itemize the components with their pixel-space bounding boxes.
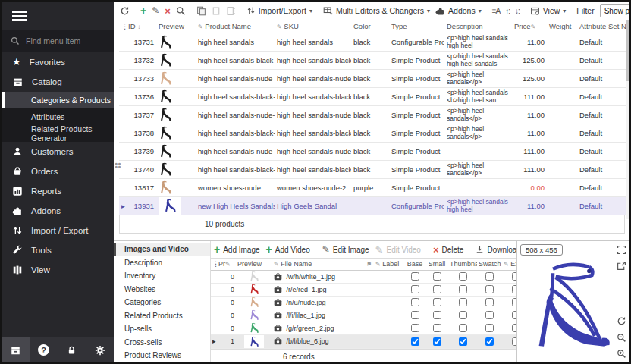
thumbnail-checkbox[interactable]	[459, 324, 467, 332]
filter-select[interactable]: Show products from selected categories ▾	[600, 4, 631, 17]
small-checkbox[interactable]	[433, 285, 441, 293]
sidebar-item-view[interactable]: View	[2, 260, 114, 280]
thumbnail-checkbox[interactable]	[459, 311, 467, 319]
grid-vertical-scrollbar[interactable]	[626, 20, 629, 219]
help-button[interactable]: ?	[30, 337, 58, 362]
image-row[interactable]: ▸ 0 /g/r/green_2.jp	[211, 322, 529, 334]
open-external-icon[interactable]	[617, 261, 626, 271]
settings-button[interactable]	[86, 337, 114, 362]
col-label[interactable]: ✎ Label	[374, 259, 404, 270]
image-row[interactable]: ▸ 0 /r/e/red_1.jpg	[211, 283, 529, 296]
expand-all-button[interactable]: ↑:	[505, 7, 510, 15]
rotate-icon[interactable]	[617, 316, 626, 326]
edit-image-button[interactable]: ✎Edit Image	[322, 245, 369, 254]
detail-tab[interactable]: Cross-sells	[114, 336, 210, 350]
col-description[interactable]: Description	[444, 20, 512, 33]
edit-video-button[interactable]: ✎Edit Video	[375, 245, 421, 255]
thumbnail-checkbox[interactable]	[459, 298, 467, 306]
refresh-button[interactable]	[120, 6, 130, 16]
zoom-in-icon[interactable]	[617, 349, 626, 359]
hamburger-menu-icon[interactable]	[2, 2, 114, 30]
paste-button[interactable]	[212, 6, 221, 16]
sidebar-item-categories-products[interactable]: Categories & Products	[2, 92, 114, 108]
base-checkbox[interactable]	[411, 298, 419, 306]
base-checkbox[interactable]	[411, 272, 419, 281]
detail-tab[interactable]: Up-sells	[114, 322, 210, 336]
swatch-checkbox[interactable]	[485, 298, 494, 306]
col-img-preview[interactable]: Preview	[236, 259, 272, 270]
swatch-checkbox[interactable]	[485, 324, 494, 332]
base-checkbox[interactable]	[411, 337, 419, 346]
product-row[interactable]: ▸ 13737 high heel sandals-nude-36 high h…	[119, 105, 628, 124]
base-checkbox[interactable]	[411, 324, 419, 332]
search-products-button[interactable]	[176, 6, 186, 16]
product-row[interactable]: ▸ 13731 high heel sandals high heel sand…	[119, 33, 628, 51]
sidebar-item-related-products-generator[interactable]: Related Products Generator	[2, 125, 114, 142]
col-preview[interactable]: Preview	[156, 20, 196, 33]
col-small[interactable]: Small	[425, 259, 448, 270]
addons-menu[interactable]: Addons▾	[435, 6, 482, 16]
sidebar-item-attributes[interactable]: Attributes	[2, 108, 114, 125]
sort-az-button[interactable]: ≡A	[492, 7, 501, 15]
image-row[interactable]: ▸ 0 /l/i/lilac_1.jp	[211, 309, 529, 322]
col-file-name[interactable]: ✎ File Name	[272, 259, 365, 270]
col-pr[interactable]: Pr✎	[217, 259, 236, 270]
col-color[interactable]: Color	[351, 20, 389, 33]
menu-search-input[interactable]	[26, 36, 102, 46]
zoom-out-icon[interactable]	[617, 333, 626, 343]
product-row[interactable]: ▸ 13817 women shoes-nude women shoes-nud…	[119, 178, 628, 196]
sidebar-item-orders[interactable]: Orders	[2, 162, 114, 181]
product-row[interactable]: ▸ 13738 high heel sandals-black-37 high …	[119, 124, 628, 142]
small-checkbox[interactable]	[433, 298, 441, 306]
col-id[interactable]: ID ↓	[126, 20, 156, 33]
col-attribute-set[interactable]: Attribute Set Name	[577, 20, 628, 33]
col-product-name[interactable]: ✎ Product Name	[196, 20, 275, 33]
sidebar-item-catalog[interactable]: Catalog	[2, 72, 114, 92]
detail-tab[interactable]: Websites	[114, 283, 210, 297]
sidebar-search[interactable]	[2, 30, 114, 52]
thumbnail-checkbox[interactable]	[459, 285, 467, 293]
col-weight[interactable]: Weight	[547, 20, 577, 33]
collapse-all-button[interactable]: ↓:	[515, 7, 520, 15]
small-checkbox[interactable]	[433, 337, 441, 346]
image-row[interactable]: ▸ 0 /n/u/nude.jpg	[211, 296, 529, 309]
view-menu[interactable]: View▾	[530, 6, 567, 16]
column-chooser[interactable]: ⋮	[211, 259, 217, 270]
copy-button[interactable]	[196, 6, 206, 16]
base-checkbox[interactable]	[411, 285, 419, 293]
fullscreen-icon[interactable]	[617, 245, 626, 255]
col-swatch[interactable]: Swatch	[477, 259, 502, 270]
sidebar-item-addons[interactable]: Addons	[2, 201, 114, 221]
detail-tab[interactable]: Description	[114, 256, 210, 270]
detail-tab[interactable]: Product Reviews	[114, 349, 210, 362]
product-row[interactable]: ▸ 13739 high heel sandals-nude-37 high h…	[119, 142, 628, 160]
thumbnail-checkbox[interactable]	[459, 337, 467, 346]
swatch-checkbox[interactable]	[485, 311, 494, 319]
detail-tab[interactable]: Related Products	[114, 309, 210, 323]
product-row[interactable]: ▸ 13733 high heel sandals-nude high heel…	[119, 69, 628, 87]
edit-product-button[interactable]: ✎	[152, 6, 159, 15]
col-sku[interactable]: ✎ SKU	[275, 20, 351, 33]
image-row[interactable]: ▸ 0 /w/h/white_1.jp	[211, 270, 529, 283]
col-flag[interactable]: ⚑	[365, 259, 374, 270]
add-video-button[interactable]: +Add Video	[266, 244, 310, 255]
swatch-checkbox[interactable]	[485, 285, 494, 293]
add-product-button[interactable]: +	[140, 5, 146, 16]
small-checkbox[interactable]	[433, 311, 441, 319]
col-base[interactable]: Base	[404, 259, 425, 270]
column-chooser[interactable]: ⋮	[119, 20, 126, 33]
paste-special-button[interactable]	[226, 6, 236, 16]
col-type[interactable]: Type	[389, 20, 444, 33]
col-price[interactable]: Price✎	[512, 20, 547, 33]
sidebar-item-customers[interactable]: Customers	[2, 142, 114, 162]
sidebar-item-favorites[interactable]: ★ Favorites	[2, 52, 114, 72]
product-row[interactable]: ▸ 13732 high heel sandals-black high hee…	[119, 51, 628, 69]
detail-tab[interactable]: Categories	[114, 296, 210, 309]
add-image-button[interactable]: +Add Image	[214, 244, 260, 255]
sidebar-splitter-handle[interactable]: ●●●●	[115, 162, 121, 168]
delete-product-button[interactable]: ×	[165, 6, 171, 16]
sidebar-item-tools[interactable]: Tools	[2, 240, 114, 260]
col-thumbnail[interactable]: Thumbna	[448, 259, 477, 270]
multi-editors-menu[interactable]: Multi Editors & Changers▾	[323, 6, 430, 16]
store-button[interactable]	[2, 337, 30, 362]
